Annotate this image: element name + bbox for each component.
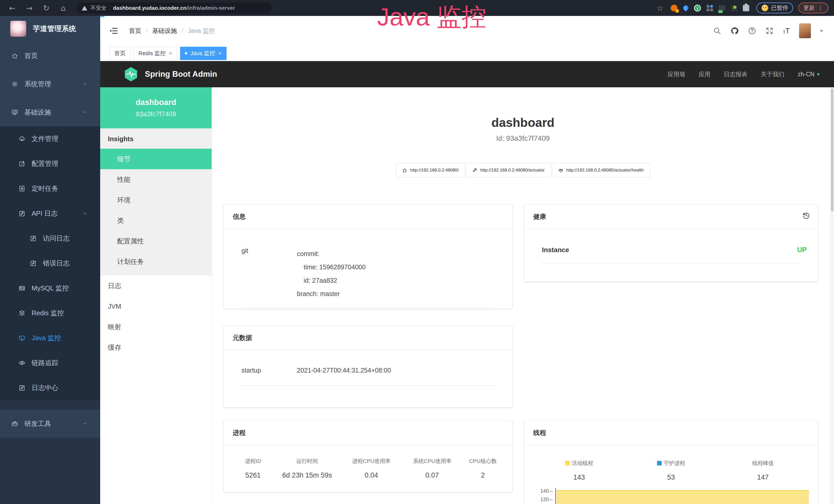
not-secure-warning-icon[interactable] bbox=[82, 6, 87, 10]
user-avatar[interactable] bbox=[799, 23, 811, 38]
sidebar-item-error-logs[interactable]: 错误日志 bbox=[0, 251, 100, 276]
metadata-card-title: 元数据 bbox=[223, 326, 512, 350]
sidebar-item-tracing[interactable]: 链路追踪 bbox=[0, 350, 100, 375]
stat-value: 53 bbox=[625, 474, 717, 481]
extension-pin-icon[interactable] bbox=[682, 4, 689, 12]
sba-brand-title[interactable]: Spring Boot Admin bbox=[145, 70, 217, 79]
sba-item-mappings[interactable]: 映射 bbox=[100, 317, 212, 337]
service-url-button[interactable]: http://192.168.0.2:48080/ bbox=[396, 163, 465, 177]
extension-green-icon[interactable]: y bbox=[694, 5, 701, 12]
sidebar-item-dev-tools[interactable]: 研发工具 bbox=[0, 410, 100, 438]
sidebar-item-scheduled-jobs[interactable]: 定时任务 bbox=[0, 176, 100, 201]
sidebar-item-access-logs[interactable]: 访问日志 bbox=[0, 226, 100, 251]
fullscreen-icon[interactable] bbox=[765, 27, 774, 35]
github-icon[interactable] bbox=[730, 27, 739, 35]
sba-item-scheduled-tasks[interactable]: 计划任务 bbox=[100, 251, 212, 272]
extensions-puzzle-icon[interactable] bbox=[743, 5, 749, 11]
health-url-button[interactable]: http://192.168.0.2:48080/actuator/health bbox=[552, 163, 650, 177]
not-secure-label[interactable]: 不安全 bbox=[90, 4, 107, 12]
history-icon[interactable] bbox=[802, 211, 810, 220]
git-commit-line: commit: bbox=[297, 247, 366, 260]
sba-nav-applications[interactable]: 应用 bbox=[699, 70, 710, 78]
help-icon[interactable] bbox=[748, 27, 756, 35]
extension-grid-icon[interactable] bbox=[707, 5, 713, 11]
search-icon[interactable] bbox=[713, 27, 721, 35]
sba-item-logs[interactable]: 日志 bbox=[100, 275, 212, 296]
profile-paused-chip[interactable]: 已暂停 bbox=[756, 3, 793, 13]
browser-reload-icon[interactable]: ↻ bbox=[40, 4, 53, 13]
user-menu-caret-icon[interactable]: ▾ bbox=[820, 28, 823, 34]
sidebar-item-file-management[interactable]: 文件管理 bbox=[0, 126, 100, 151]
sba-nav-wallboard[interactable]: 应用墙 bbox=[667, 70, 685, 78]
browser-menu-kebab-icon[interactable]: ⋮ bbox=[817, 5, 823, 11]
spring-boot-admin-logo[interactable] bbox=[124, 67, 138, 82]
sidebar-item-label: 链路追踪 bbox=[31, 359, 58, 367]
address-bar[interactable]: 不安全 dashboard.yudao.iocoder.cn/infra/adm… bbox=[76, 3, 272, 13]
sidebar-item-infrastructure[interactable]: 基础设施 bbox=[0, 98, 100, 126]
stat-label: CPU核心数 bbox=[463, 458, 503, 465]
sidebar-item-java-monitor[interactable]: Java 监控 bbox=[0, 325, 100, 350]
sidebar-item-redis-monitor[interactable]: Redis 监控 bbox=[0, 301, 100, 325]
browser-forward-icon[interactable]: → bbox=[23, 4, 36, 13]
divider bbox=[241, 307, 495, 308]
divider bbox=[241, 385, 495, 386]
scrollbar-thumb[interactable] bbox=[831, 88, 833, 211]
health-card-title: 健康 bbox=[533, 213, 546, 220]
home-icon bbox=[402, 168, 407, 173]
threads-card: 线程 活动线程 143 bbox=[524, 421, 818, 504]
process-stat-process-cpu: 进程CPU使用率 0.04 bbox=[341, 458, 402, 479]
sidebar-item-home[interactable]: 首页 bbox=[0, 42, 100, 70]
breadcrumb-home[interactable]: 首页 bbox=[129, 27, 141, 35]
app-logo-row[interactable]: 芋道管理系统 bbox=[0, 16, 100, 42]
extension-orange-icon[interactable] bbox=[671, 5, 678, 12]
font-size-icon[interactable]: TT bbox=[783, 27, 790, 35]
loading-bar bbox=[100, 16, 104, 17]
process-stat-uptime: 运行时间 6d 23h 15m 59s bbox=[273, 458, 341, 479]
sba-item-classes[interactable]: 类 bbox=[100, 210, 212, 231]
sidebar-item-mysql-monitor[interactable]: MySQL 监控 bbox=[0, 276, 100, 301]
chart-plot-area bbox=[555, 488, 809, 504]
chrome-update-button[interactable]: 更新 ⋮ bbox=[798, 3, 828, 13]
metadata-key: startup bbox=[233, 367, 297, 374]
bookmark-star-icon[interactable]: ☆ bbox=[657, 4, 663, 13]
collapse-sidebar-icon[interactable] bbox=[109, 27, 118, 35]
instance-links: http://192.168.0.2:48080/ http://192.168… bbox=[212, 163, 834, 177]
sidebar-item-log-center[interactable]: 日志中心 bbox=[0, 375, 100, 400]
tab-home[interactable]: 首页 bbox=[109, 47, 130, 60]
sba-item-config-props[interactable]: 配置属性 bbox=[100, 231, 212, 251]
process-card-title: 进程 bbox=[223, 421, 512, 445]
url-path: /infra/admin-server bbox=[186, 5, 235, 11]
sidebar-item-label: Java 监控 bbox=[31, 334, 61, 343]
stat-value: 2 bbox=[463, 472, 503, 479]
sidebar-item-config-management[interactable]: 配置管理 bbox=[0, 151, 100, 176]
sba-nav-about[interactable]: 关于我们 bbox=[761, 70, 785, 78]
paused-label: 已暂停 bbox=[771, 4, 788, 12]
sba-item-environment[interactable]: 环境 bbox=[100, 190, 212, 210]
browser-home-icon[interactable]: ⌂ bbox=[57, 4, 70, 13]
actuator-url-button[interactable]: http://192.168.0.2:48080/actuator bbox=[466, 163, 551, 177]
browser-back-icon[interactable]: ← bbox=[6, 4, 19, 13]
extension-on-badge-icon[interactable] bbox=[719, 5, 725, 11]
sba-item-details[interactable]: 细节 bbox=[100, 148, 212, 169]
instance-header[interactable]: dashboard 93a3fc7f7409 bbox=[100, 87, 212, 129]
close-icon[interactable]: × bbox=[169, 50, 172, 57]
close-icon[interactable]: × bbox=[218, 50, 222, 57]
sba-nav-journal[interactable]: 日志报表 bbox=[724, 70, 747, 78]
sidebar-item-api-logs[interactable]: API 日志 bbox=[0, 201, 100, 226]
sba-locale-select[interactable]: zh-CN ▾ bbox=[798, 71, 820, 78]
sidebar-item-system[interactable]: 系统管理 bbox=[0, 70, 100, 98]
chevron-down-icon bbox=[82, 421, 87, 426]
sba-item-caches[interactable]: 缓存 bbox=[100, 337, 212, 358]
monitor-chart-icon bbox=[11, 109, 18, 116]
vertical-scrollbar[interactable] bbox=[830, 87, 834, 504]
sba-item-jvm[interactable]: JVM bbox=[100, 296, 212, 317]
legend-label: 线程峰值 bbox=[752, 460, 774, 467]
log-edit-icon bbox=[30, 235, 37, 242]
url-host: dashboard.yudao.iocoder.cn bbox=[113, 5, 186, 11]
tab-redis-monitor[interactable]: Redis 监控 × bbox=[134, 47, 177, 60]
tab-java-monitor[interactable]: Java 监控 × bbox=[180, 47, 226, 60]
breadcrumb-infrastructure[interactable]: 基础设施 bbox=[152, 27, 177, 35]
extension-leaf-icon[interactable] bbox=[731, 5, 737, 11]
sba-item-metrics[interactable]: 性能 bbox=[100, 169, 212, 190]
heartbeat-icon bbox=[558, 168, 563, 173]
